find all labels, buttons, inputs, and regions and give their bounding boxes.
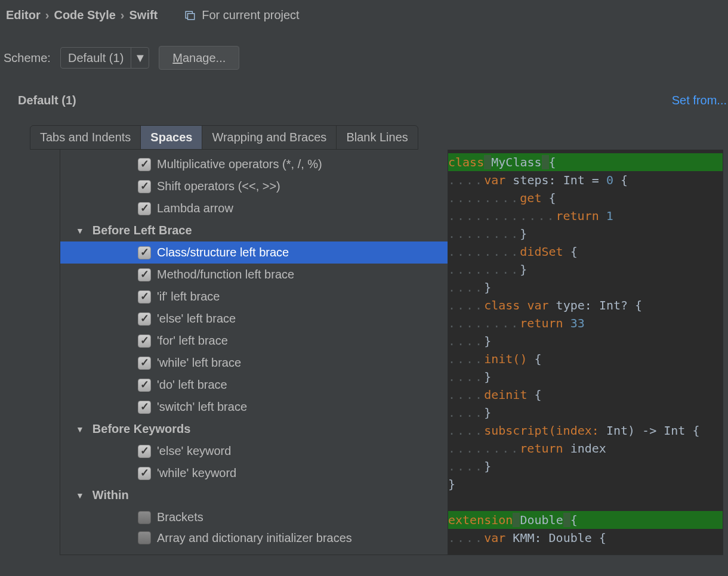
option-array-dict-init-braces[interactable]: Array and dictionary initializer braces <box>60 528 448 547</box>
option-multiplicative-ops[interactable]: Multiplicative operators (*, /, %) <box>60 153 448 175</box>
option-class-struct-left-brace[interactable]: Class/structure left brace <box>60 241 448 264</box>
code-line: ....} <box>448 404 723 422</box>
svg-rect-1 <box>188 13 195 19</box>
option-lambda-arrow[interactable]: Lambda arrow <box>60 197 448 219</box>
checkbox-icon[interactable] <box>138 202 151 215</box>
scope-label: For current project <box>202 8 299 22</box>
option-if-left-brace[interactable]: 'if' left brace <box>60 286 448 308</box>
code-line: } <box>448 475 723 493</box>
checkbox-icon[interactable] <box>138 401 151 414</box>
option-shift-ops[interactable]: Shift operators (<<, >>) <box>60 175 448 197</box>
tab-tabs-indents[interactable]: Tabs and Indents <box>30 126 141 149</box>
code-line: extension Double { <box>448 511 723 529</box>
checkbox-icon[interactable] <box>138 531 151 544</box>
code-line <box>448 493 723 511</box>
scheme-label: Scheme: <box>4 51 51 65</box>
option-do-left-brace[interactable]: 'do' left brace <box>60 374 448 396</box>
scheme-value: Default (1) <box>61 51 131 65</box>
code-line: ....subscript(index: Int) -> Int { <box>448 422 723 439</box>
manage-button[interactable]: Manage... <box>159 46 239 70</box>
checkbox-icon[interactable] <box>138 379 151 392</box>
code-line: ........get { <box>448 189 723 207</box>
tab-wrapping-braces[interactable]: Wrapping and Braces <box>202 126 337 149</box>
code-line: class MyClass { <box>448 153 723 171</box>
checkbox-icon[interactable] <box>138 290 151 304</box>
option-method-function-left-brace[interactable]: Method/function left brace <box>60 264 448 286</box>
checkbox-icon[interactable] <box>138 445 151 458</box>
code-line: ....} <box>448 368 723 386</box>
code-line: ....init() { <box>448 350 723 368</box>
option-else-left-brace[interactable]: 'else' left brace <box>60 308 448 330</box>
checkbox-icon[interactable] <box>138 511 151 524</box>
code-line: ....} <box>448 457 723 475</box>
group-before-keywords[interactable]: ▼ Before Keywords <box>60 418 448 440</box>
checkbox-icon[interactable] <box>138 158 151 171</box>
code-line: ....var KMM: Double { <box>448 529 723 547</box>
code-preview: class MyClass { ....var steps: Int = 0 {… <box>448 150 723 555</box>
checkbox-icon[interactable] <box>138 180 151 193</box>
breadcrumb-editor[interactable]: Editor <box>6 8 41 22</box>
checkbox-icon[interactable] <box>138 335 151 348</box>
code-line: ............return 1 <box>448 207 723 225</box>
code-line: ....deinit { <box>448 386 723 404</box>
option-for-left-brace[interactable]: 'for' left brace <box>60 330 448 352</box>
options-tree[interactable]: Multiplicative operators (*, /, %) Shift… <box>60 150 448 555</box>
checkbox-icon[interactable] <box>138 357 151 370</box>
scheme-title: Default (1) <box>18 94 76 107</box>
code-line: ....class var type: Int? { <box>448 296 723 314</box>
code-line: ....} <box>448 278 723 296</box>
code-line: ........} <box>448 261 723 278</box>
code-line: ....var steps: Int = 0 { <box>448 171 723 189</box>
disclosure-down-icon[interactable]: ▼ <box>76 425 84 434</box>
group-before-left-brace[interactable]: ▼ Before Left Brace <box>60 219 448 241</box>
code-line: ........return index <box>448 439 723 457</box>
project-scope-icon <box>185 10 196 21</box>
checkbox-icon[interactable] <box>138 467 151 480</box>
option-else-keyword[interactable]: 'else' keyword <box>60 440 448 462</box>
code-line: ........} <box>448 225 723 243</box>
manage-label-rest: anage... <box>183 51 226 64</box>
checkbox-icon[interactable] <box>138 246 151 259</box>
option-while-keyword[interactable]: 'while' keyword <box>60 462 448 484</box>
breadcrumb-swift[interactable]: Swift <box>129 8 158 22</box>
option-brackets[interactable]: Brackets <box>60 506 448 528</box>
chevron-right-icon: › <box>44 8 51 22</box>
option-switch-left-brace[interactable]: 'switch' left brace <box>60 396 448 418</box>
tab-spaces[interactable]: Spaces <box>141 126 202 149</box>
code-line: ....} <box>448 332 723 350</box>
breadcrumb-codestyle[interactable]: Code Style <box>54 8 115 22</box>
code-line: ........return 33 <box>448 314 723 332</box>
checkbox-icon[interactable] <box>138 268 151 281</box>
option-while-left-brace[interactable]: 'while' left brace <box>60 352 448 374</box>
scheme-select[interactable]: Default (1) ▼ <box>60 47 149 69</box>
set-from-link[interactable]: Set from... <box>672 94 728 107</box>
chevron-right-icon: › <box>119 8 126 22</box>
tab-blank-lines[interactable]: Blank Lines <box>337 126 417 149</box>
code-style-tabs: Tabs and Indents Spaces Wrapping and Bra… <box>30 125 418 150</box>
group-within[interactable]: ▼ Within <box>60 484 448 506</box>
checkbox-icon[interactable] <box>138 312 151 326</box>
code-line: ........didSet { <box>448 243 723 261</box>
disclosure-down-icon[interactable]: ▼ <box>76 226 84 236</box>
breadcrumb: Editor › Code Style › Swift For current … <box>0 0 728 22</box>
chevron-down-icon: ▼ <box>131 48 149 68</box>
disclosure-down-icon[interactable]: ▼ <box>76 491 84 500</box>
